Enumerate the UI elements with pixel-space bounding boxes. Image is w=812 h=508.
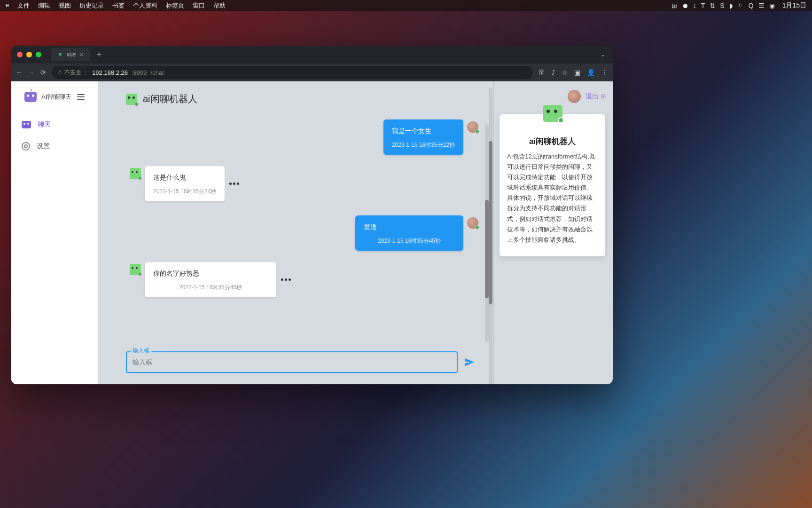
app-title: AI智能聊天: [41, 93, 72, 101]
sidebar-item-settings[interactable]: 设置: [11, 135, 98, 157]
gear-icon: [22, 142, 30, 151]
search-icon[interactable]: Q: [749, 2, 754, 9]
message-timestamp: 2023-1-15 16时35分45秒: [153, 283, 268, 292]
message-row: 我是一个女生 2023-1-15 16时35分22秒: [126, 119, 482, 155]
vue-icon: ▼: [57, 51, 63, 58]
bot-avatar-icon: [130, 168, 141, 179]
logout-label: 退出: [586, 92, 599, 101]
menu-item[interactable]: 视图: [59, 1, 71, 10]
traffic-light-zoom[interactable]: [36, 52, 41, 57]
menu-item[interactable]: 历史记录: [79, 1, 104, 10]
status-icon[interactable]: ⊞: [671, 2, 677, 9]
bot-avatar-icon: [126, 94, 137, 105]
menu-item[interactable]: 文件: [17, 1, 30, 10]
menubar-date[interactable]: 1月15日: [782, 1, 806, 10]
scrollbar-thumb[interactable]: [485, 200, 489, 298]
macos-menubar: e 文件 编辑 视图 历史记录 书签 个人资料 标签页 窗口 帮助 ⊞ ⏺ ↕ …: [0, 0, 812, 11]
bot-info-description: AI包含12层的transformer结构,既可以进行日常问候类的闲聊，又可以完…: [507, 151, 598, 245]
traffic-light-close[interactable]: [17, 52, 23, 57]
chat-scrollbar[interactable]: [489, 88, 492, 384]
message-row: 发送 2023-1-15 16时35分45秒: [126, 215, 482, 251]
forward-button[interactable]: →: [28, 69, 35, 76]
message-actions-icon[interactable]: [281, 278, 291, 281]
message-timestamp: 2023-1-15 16时35分22秒: [392, 141, 455, 149]
insecure-badge: ⚠ 不安全 |: [57, 69, 88, 77]
user-avatar-icon: [467, 121, 478, 133]
browser-tabs-row: ▼ vue × + ⌄: [11, 46, 613, 64]
bot-info-card: ai闲聊机器人 AI包含12层的transformer结构,既可以进行日常问候类…: [500, 114, 605, 256]
tab-title: vue: [67, 51, 76, 58]
siri-icon[interactable]: ◉: [769, 2, 775, 9]
password-icon[interactable]: ⚿: [539, 69, 545, 76]
logout-icon: ⎘: [601, 93, 605, 100]
warning-icon: ⚠: [57, 69, 62, 76]
scrollbar-thumb[interactable]: [489, 141, 492, 304]
traffic-light-minimize[interactable]: [26, 52, 32, 57]
message-timestamp: 2023-1-15 16时35分24秒: [153, 187, 216, 196]
browser-url-bar: ← → ⟳ ⚠ 不安全 | 192.168.2.26:8999/chat ⚿ ⤴…: [11, 64, 613, 81]
app-logo-icon: [24, 92, 37, 102]
message-bubble: 这是什么鬼 2023-1-15 16时35分24秒: [145, 166, 225, 201]
status-icon[interactable]: S: [720, 2, 724, 9]
robot-icon: [22, 121, 31, 128]
kebab-menu-icon[interactable]: ⋮: [601, 69, 608, 76]
message-timestamp: 2023-1-15 16时35分45秒: [364, 237, 455, 245]
menu-item[interactable]: 窗口: [193, 1, 205, 10]
bot-avatar-icon: [130, 264, 141, 275]
sidebar-item-label: 设置: [37, 142, 50, 151]
message-text: 这是什么鬼: [153, 173, 216, 183]
status-icon[interactable]: ⇅: [710, 2, 715, 9]
message-bubble: 我是一个女生 2023-1-15 16时35分22秒: [383, 119, 463, 155]
message-text: 发送: [364, 222, 455, 232]
control-center-icon[interactable]: ☰: [758, 2, 765, 9]
message-row: 这是什么鬼 2023-1-15 16时35分24秒: [126, 166, 482, 201]
window-dropdown-button[interactable]: ⌄: [601, 51, 607, 58]
menu-item[interactable]: 编辑: [38, 1, 50, 10]
share-icon[interactable]: ⤴: [552, 69, 555, 76]
sidepanel-icon[interactable]: ▣: [574, 69, 580, 76]
chat-scrollbar[interactable]: [485, 124, 489, 342]
reload-button[interactable]: ⟳: [40, 69, 46, 76]
chat-header-title: ai闲聊机器人: [143, 93, 197, 105]
user-avatar-icon[interactable]: [568, 90, 581, 103]
message-bubble: 发送 2023-1-15 16时35分45秒: [355, 215, 463, 251]
message-text: 你的名字好熟悉: [153, 269, 268, 278]
url-port: :8999: [132, 69, 147, 76]
url-host: 192.168.2.26: [92, 69, 128, 76]
bookmark-icon[interactable]: ☆: [562, 69, 568, 76]
wifi-icon[interactable]: ᯤ: [737, 2, 744, 9]
browser-window: ▼ vue × + ⌄ ← → ⟳ ⚠ 不安全 | 192.168.2.26:8…: [11, 46, 613, 384]
new-tab-button[interactable]: +: [94, 50, 104, 60]
info-panel: 退出 ⎘ ai闲聊机器人 AI包含12层的transformer结构,既可以进行…: [493, 81, 613, 384]
menu-item[interactable]: 书签: [112, 1, 125, 10]
profile-icon[interactable]: 👤: [587, 69, 595, 76]
menu-item[interactable]: 标签页: [166, 1, 184, 10]
menu-item[interactable]: e: [6, 1, 9, 10]
hamburger-icon[interactable]: [77, 94, 85, 100]
message-actions-icon[interactable]: [229, 183, 239, 185]
status-icon[interactable]: ↕: [693, 2, 696, 9]
send-button[interactable]: [464, 357, 475, 367]
status-icon[interactable]: ⏺: [682, 2, 688, 9]
message-bubble: 你的名字好熟悉 2023-1-15 16时35分45秒: [145, 262, 276, 297]
message-text: 我是一个女生: [392, 126, 455, 136]
logout-button[interactable]: 退出 ⎘: [586, 92, 605, 101]
user-avatar-icon: [467, 217, 478, 229]
chat-input[interactable]: [126, 351, 458, 373]
send-icon: [464, 357, 475, 367]
menu-item[interactable]: 帮助: [213, 1, 226, 10]
address-bar[interactable]: ⚠ 不安全 | 192.168.2.26:8999/chat: [52, 66, 533, 79]
messages-list: 我是一个女生 2023-1-15 16时35分22秒 这是什么鬼 2023-1-…: [126, 112, 482, 348]
bot-avatar-icon: [543, 105, 562, 122]
menu-item[interactable]: 个人资料: [133, 1, 157, 10]
chat-area: ai闲聊机器人 我是一个女生 2023-1-15 16时35分22秒: [98, 81, 493, 384]
browser-tab[interactable]: ▼ vue ×: [51, 48, 90, 61]
back-button[interactable]: ←: [16, 69, 23, 76]
sidebar-item-chat[interactable]: 聊天: [11, 114, 98, 135]
status-icon[interactable]: T: [701, 2, 705, 9]
battery-icon[interactable]: ◗: [729, 2, 733, 9]
bot-info-title: ai闲聊机器人: [507, 136, 598, 147]
close-tab-button[interactable]: ×: [79, 51, 83, 58]
message-row: 你的名字好熟悉 2023-1-15 16时35分45秒: [126, 262, 482, 297]
input-label: 输入框: [131, 347, 151, 355]
